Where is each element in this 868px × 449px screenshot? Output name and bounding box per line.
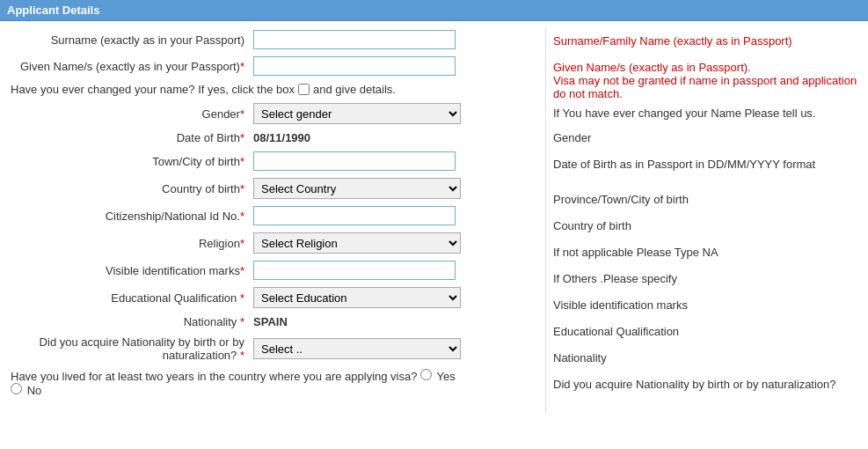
hint-surname-text: Surname/Family Name (exactly as in Passp… [553,34,792,48]
dob-value-wrapper: 08/11/1990 [253,131,538,144]
gender-select[interactable]: Select gender Male Female Other [253,103,461,124]
name-change-row: Have you ever changed your name? If yes,… [7,83,538,96]
dob-row: Date of Birth* 08/11/1990 [7,131,538,144]
citizenship-row: Citizenship/National Id No.* [7,206,538,225]
section-header: Applicant Details [0,0,868,21]
given-name-label: Given Name/s (exactly as in your Passpor… [7,60,253,73]
hint-town-text: Province/Town/City of birth [553,193,689,206]
country-row: Country of birth* Select Country Spain U… [7,178,538,199]
given-name-input-wrapper [253,56,538,76]
hint-naturalization: Did you acquire Nationality by birth or … [553,375,861,410]
given-name-row: Given Name/s (exactly as in your Passpor… [7,56,538,76]
hint-visible-marks-text: Visible identification marks [553,298,688,312]
applicant-details-section: Applicant Details Surname (exactly as in… [0,0,868,449]
hint-country-text: Country of birth [553,219,631,232]
visible-marks-input-wrapper [253,261,538,280]
lived-no-label: No [27,384,42,397]
hint-name-change: If You have ever changed your Name Pleas… [553,104,861,129]
surname-row: Surname (exactly as in your Passport) [7,30,538,49]
given-name-input[interactable] [253,56,456,76]
naturalization-input-wrapper: Select .. Birth Naturalization [253,338,538,359]
hint-given-name-line1: Given Name/s (exactly as in Passport). [553,61,751,74]
town-input[interactable] [253,151,456,171]
gender-required: * [240,107,244,121]
gender-row: Gender* Select gender Male Female Other [7,103,538,124]
citizenship-required: * [240,210,244,223]
naturalization-label: Did you acquire Nationality by birth or … [7,335,253,362]
dob-value: 08/11/1990 [253,131,310,144]
hint-gender: Gender [553,129,861,155]
religion-select[interactable]: Select Religion Christianity Islam Hindu… [253,232,461,254]
religion-label: Religion* [7,237,253,250]
left-panel: Surname (exactly as in your Passport) Gi… [0,26,545,414]
nationality-required: * [240,315,244,328]
hint-visible-marks: Visible identification marks [553,296,861,322]
hint-nationality: Nationality [553,349,861,375]
visible-marks-input[interactable] [253,261,456,280]
nationality-value-wrapper: SPAIN [253,315,538,328]
hint-citizenship: If not applicable Please Type NA [553,243,861,269]
religion-input-wrapper: Select Religion Christianity Islam Hindu… [253,232,538,254]
hint-given-name-line2: Visa may not be granted if name in passp… [553,74,861,100]
hint-religion-text: If Others .Please specify [553,272,677,285]
lived-two-years-row: Have you lived for at least two years in… [7,369,538,397]
hint-education-text: Educational Qualification [553,325,679,338]
hint-gender-text: Gender [553,131,591,144]
name-change-text: Have you ever changed your name? If yes,… [11,83,295,96]
nationality-row: Nationality * SPAIN [7,315,538,328]
surname-input-wrapper [253,30,538,49]
name-change-text2: and give details. [313,83,396,96]
lived-yes-label: Yes [436,370,455,383]
hint-citizenship-text: If not applicable Please Type NA [553,246,718,259]
gender-label: Gender* [7,107,253,121]
religion-required: * [240,237,244,250]
surname-label: Surname (exactly as in your Passport) [7,33,253,47]
hint-name-change-text: If You have ever changed your Name Pleas… [553,107,815,120]
nationality-label: Nationality * [7,315,253,328]
naturalization-select[interactable]: Select .. Birth Naturalization [253,338,461,359]
hint-religion: If Others .Please specify [553,269,861,296]
given-name-required: * [240,60,244,73]
visible-marks-required: * [240,264,244,277]
town-label: Town/City of birth* [7,155,253,168]
hint-education: Educational Qualification [553,322,861,349]
dob-required: * [240,131,244,144]
lived-no-radio[interactable] [11,383,22,394]
education-row: Educational Qualification * Select Educa… [7,287,538,308]
gender-input-wrapper: Select gender Male Female Other [253,103,538,124]
hint-surname: Surname/Family Name (exactly as in Passp… [553,32,861,58]
nationality-value: SPAIN [253,315,288,328]
lived-two-years-text: Have you lived for at least two years in… [11,370,420,383]
education-select[interactable]: Select Education Primary Secondary Gradu… [253,287,461,308]
hint-dob-text: Date of Birth as in Passport in DD/MM/YY… [553,158,815,171]
citizenship-label: Citizenship/National Id No.* [7,210,253,223]
lived-yes-radio[interactable] [420,369,432,380]
town-row: Town/City of birth* [7,151,538,171]
visible-marks-row: Visible identification marks* [7,261,538,280]
hint-country: Country of birth [553,217,861,243]
citizenship-input[interactable] [253,206,456,225]
education-input-wrapper: Select Education Primary Secondary Gradu… [253,287,538,308]
right-panel: Surname/Family Name (exactly as in Passp… [545,26,868,414]
religion-row: Religion* Select Religion Christianity I… [7,232,538,254]
country-input-wrapper: Select Country Spain United Kingdom Unit… [253,178,538,199]
hint-naturalization-text: Did you acquire Nationality by birth or … [553,378,836,391]
town-required: * [240,155,244,168]
country-select[interactable]: Select Country Spain United Kingdom Unit… [253,178,461,199]
name-change-checkbox[interactable] [298,84,310,95]
hint-nationality-text: Nationality [553,351,607,364]
education-label: Educational Qualification * [7,291,253,305]
hint-given-name: Given Name/s (exactly as in Passport). V… [553,58,861,104]
hint-town: Province/Town/City of birth [553,190,861,217]
section-title: Applicant Details [7,4,99,17]
dob-label: Date of Birth* [7,131,253,144]
country-label: Country of birth* [7,182,253,195]
citizenship-input-wrapper [253,206,538,225]
education-required: * [240,291,244,305]
town-input-wrapper [253,151,538,171]
hints-container: Surname/Family Name (exactly as in Passp… [553,30,861,410]
naturalization-row: Did you acquire Nationality by birth or … [7,335,538,362]
surname-input[interactable] [253,30,456,49]
form-body: Surname (exactly as in your Passport) Gi… [0,21,868,419]
visible-marks-label: Visible identification marks* [7,264,253,277]
